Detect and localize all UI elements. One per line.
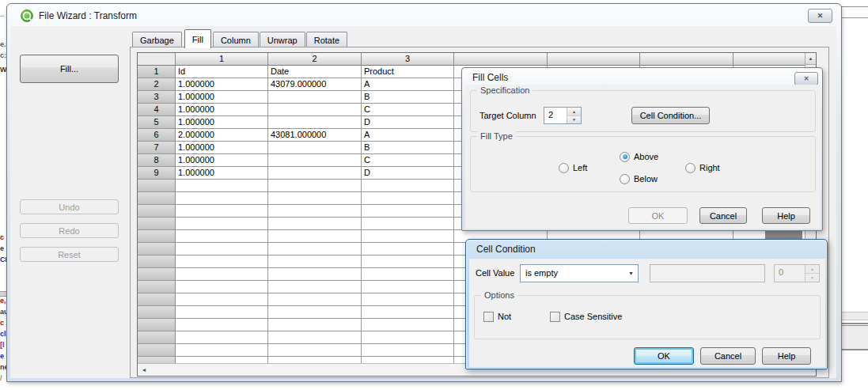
grid-cell[interactable] — [362, 344, 454, 357]
checkbox-not[interactable]: Not — [483, 311, 511, 322]
cell-value-dropdown[interactable]: is empty ▼ — [520, 264, 639, 282]
grid-cell[interactable] — [176, 268, 268, 281]
help-button[interactable]: Help — [762, 207, 810, 224]
help-button[interactable]: Help — [762, 347, 811, 365]
grid-row-header[interactable] — [138, 243, 176, 256]
grid-cell[interactable] — [176, 218, 268, 230]
close-icon[interactable]: ✕ — [794, 72, 818, 85]
grid-row-header[interactable] — [138, 256, 176, 268]
grid-column-header[interactable] — [454, 53, 548, 66]
grid-row-header[interactable] — [138, 281, 176, 293]
grid-column-header[interactable]: 3 — [362, 53, 454, 66]
grid-cell[interactable]: 1.000000 — [176, 167, 268, 180]
grid-cell[interactable]: 1.000000 — [176, 104, 268, 116]
grid-cell[interactable] — [362, 192, 454, 205]
grid-row-header[interactable] — [138, 230, 176, 243]
grid-cell[interactable]: Product — [362, 66, 454, 78]
grid-cell[interactable] — [268, 167, 362, 180]
grid-cell[interactable] — [268, 293, 362, 306]
grid-cell[interactable]: 1.000000 — [176, 142, 268, 154]
grid-cell[interactable] — [362, 230, 454, 243]
tab-garbage[interactable]: Garbage — [132, 32, 182, 47]
grid-cell[interactable] — [268, 357, 362, 363]
grid-cell[interactable]: C — [362, 104, 454, 116]
grid-cell[interactable] — [268, 180, 362, 192]
grid-row-header[interactable] — [138, 192, 176, 205]
checkbox-case-sensitive[interactable]: Case Sensitive — [550, 311, 622, 322]
grid-cell[interactable] — [268, 218, 362, 230]
grid-row-header[interactable] — [138, 319, 176, 331]
grid-row-header[interactable]: 2 — [138, 78, 176, 91]
grid-row-header[interactable]: 1 — [138, 66, 176, 78]
grid-cell[interactable] — [362, 218, 454, 230]
grid-cell[interactable] — [176, 256, 268, 268]
grid-cell[interactable]: 1.000000 — [176, 154, 268, 167]
tab-rotate[interactable]: Rotate — [306, 32, 347, 47]
tab-unwrap[interactable]: Unwrap — [260, 32, 305, 47]
grid-cell[interactable] — [176, 192, 268, 205]
grid-column-header[interactable]: 2 — [268, 53, 362, 66]
grid-cell[interactable] — [268, 205, 362, 218]
grid-cell[interactable] — [268, 192, 362, 205]
grid-cell[interactable] — [268, 91, 362, 104]
grid-corner[interactable] — [138, 53, 176, 66]
grid-row-header[interactable] — [138, 306, 176, 319]
grid-cell[interactable] — [176, 319, 268, 331]
grid-cell[interactable] — [268, 243, 362, 256]
grid-cell[interactable] — [268, 281, 362, 293]
grid-cell[interactable] — [176, 243, 268, 256]
radio-left[interactable]: Left — [559, 162, 587, 173]
grid-row-header[interactable]: 8 — [138, 154, 176, 167]
grid-cell[interactable] — [268, 256, 362, 268]
cancel-button[interactable]: Cancel — [699, 207, 747, 224]
grid-cell[interactable]: D — [362, 167, 454, 180]
grid-cell[interactable] — [362, 357, 454, 363]
grid-cell[interactable] — [176, 357, 268, 363]
grid-row-header[interactable] — [138, 180, 176, 192]
grid-row-header[interactable] — [138, 293, 176, 306]
grid-row-header[interactable] — [138, 205, 176, 218]
grid-cell[interactable] — [362, 243, 454, 256]
grid-row-header[interactable]: 7 — [138, 142, 176, 154]
grid-cell[interactable] — [268, 331, 362, 344]
grid-cell[interactable]: 1.000000 — [176, 91, 268, 104]
grid-row-header[interactable] — [138, 331, 176, 344]
cancel-button[interactable]: Cancel — [700, 347, 756, 365]
grid-row-header[interactable] — [138, 344, 176, 357]
grid-cell[interactable]: D — [362, 116, 454, 129]
scroll-left-icon[interactable]: ◄ — [138, 364, 150, 376]
fill-button[interactable]: Fill... — [20, 55, 119, 83]
tab-fill[interactable]: Fill — [184, 29, 211, 48]
grid-cell[interactable] — [176, 306, 268, 319]
grid-cell[interactable]: A — [362, 78, 454, 91]
grid-cell[interactable] — [268, 344, 362, 357]
grid-cell[interactable] — [362, 268, 454, 281]
grid-row-header[interactable]: 6 — [138, 129, 176, 142]
grid-column-header[interactable] — [548, 53, 640, 66]
spinner-down-icon[interactable]: ▼ — [567, 116, 581, 124]
grid-row-header[interactable] — [138, 218, 176, 230]
grid-row-header[interactable]: 5 — [138, 116, 176, 129]
grid-row-header[interactable] — [138, 357, 176, 363]
grid-cell[interactable] — [176, 230, 268, 243]
tab-column[interactable]: Column — [213, 32, 259, 47]
grid-cell[interactable]: Id — [176, 66, 268, 78]
spinner-up-icon[interactable]: ▲ — [567, 108, 581, 116]
grid-cell[interactable]: Date — [268, 66, 362, 78]
grid-cell[interactable] — [362, 205, 454, 218]
grid-column-header[interactable]: 1 — [176, 53, 268, 66]
grid-cell[interactable]: A — [362, 129, 454, 142]
grid-cell[interactable] — [268, 306, 362, 319]
grid-cell[interactable] — [176, 293, 268, 306]
grid-cell[interactable] — [268, 319, 362, 331]
grid-column-header[interactable] — [640, 53, 733, 66]
grid-cell[interactable] — [362, 331, 454, 344]
grid-cell[interactable]: 1.000000 — [176, 116, 268, 129]
grid-cell[interactable] — [176, 281, 268, 293]
grid-cell[interactable] — [362, 281, 454, 293]
grid-cell[interactable]: 2.000000 — [176, 129, 268, 142]
grid-cell[interactable]: B — [362, 142, 454, 154]
grid-cell[interactable] — [176, 205, 268, 218]
radio-above[interactable]: Above — [620, 151, 658, 162]
grid-cell[interactable] — [176, 331, 268, 344]
